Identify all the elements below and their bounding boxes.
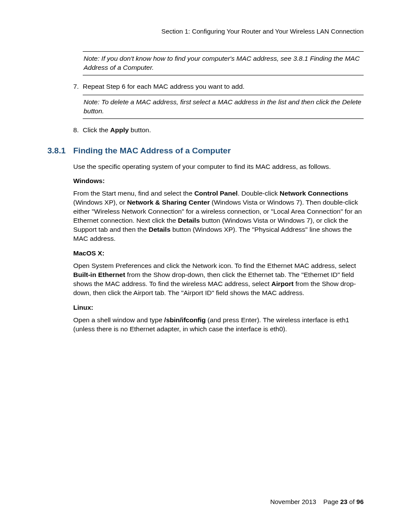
airport-label: Airport xyxy=(271,280,294,287)
page-header-section: Section 1: Configuring Your Router and Y… xyxy=(151,28,364,35)
text: (Windows XP), or xyxy=(73,199,127,206)
text: Open System Preferences and click the Ne… xyxy=(73,262,356,269)
list-number: 8. xyxy=(73,126,83,135)
footer-page-total: 96 xyxy=(356,498,364,505)
heading-number: 3.8.1 xyxy=(47,146,73,156)
intro-paragraph: Use the specific operating system of you… xyxy=(73,162,364,171)
macos-subhead: MacOS X: xyxy=(73,249,364,257)
note-box-find-mac: Note: If you don't know how to find your… xyxy=(83,51,364,75)
footer-page-pre: Page xyxy=(324,498,340,505)
network-sharing-center-label: Network & Sharing Center xyxy=(127,199,210,206)
list-text: Repeat Step 6 for each MAC address you w… xyxy=(83,82,364,91)
windows-paragraph: From the Start menu, find and select the… xyxy=(73,189,364,243)
list-item-8: 8. Click the Apply button. xyxy=(73,126,364,135)
details-label: Details xyxy=(178,217,200,224)
windows-subhead: Windows: xyxy=(73,177,364,185)
built-in-ethernet-label: Built-in Ethernet xyxy=(73,271,125,278)
text: From the Start menu, find and select the xyxy=(73,190,194,197)
text: . Double-click xyxy=(238,190,280,197)
ifconfig-label: /sbin/ifconfig xyxy=(164,316,206,324)
heading-title: Finding the MAC Address of a Computer xyxy=(73,146,231,156)
details-label: Details xyxy=(149,226,171,233)
footer-page-current: 23 xyxy=(340,498,348,505)
macos-paragraph: Open System Preferences and click the Ne… xyxy=(73,261,364,298)
apply-label: Apply xyxy=(110,126,129,134)
text: button. xyxy=(129,126,151,134)
note-box-delete-mac: Note: To delete a MAC address, first sel… xyxy=(83,95,364,119)
text: Click the xyxy=(83,126,110,134)
linux-subhead: Linux: xyxy=(73,304,364,311)
network-connections-label: Network Connections xyxy=(280,190,348,197)
footer-date: November 2013 xyxy=(270,498,316,505)
section-heading: 3.8.1 Finding the MAC Address of a Compu… xyxy=(47,146,364,156)
list-text: Click the Apply button. xyxy=(83,126,364,135)
page-footer: November 2013 Page 23 of 96 xyxy=(270,498,364,505)
footer-page-of: of xyxy=(347,498,356,505)
control-panel-label: Control Panel xyxy=(194,190,238,197)
list-number: 7. xyxy=(73,82,83,91)
linux-paragraph: Open a shell window and type /sbin/ifcon… xyxy=(73,316,364,334)
list-item-7: 7. Repeat Step 6 for each MAC address yo… xyxy=(73,82,364,91)
text: Open a shell window and type xyxy=(73,316,164,324)
